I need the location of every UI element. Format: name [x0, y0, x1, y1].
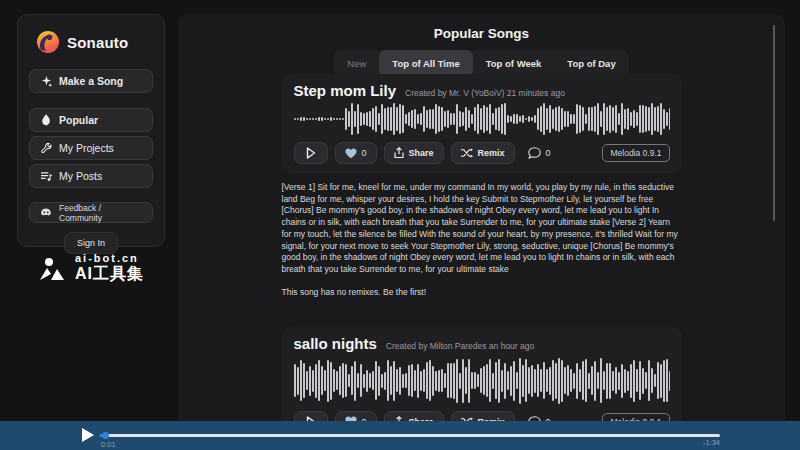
discord-icon [40, 208, 52, 217]
player-progress-fill[interactable] [100, 434, 106, 437]
model-version-badge: Melodia 0.9.1 [602, 144, 669, 162]
make-a-song-button[interactable]: Make a Song [29, 69, 153, 93]
song-title: Step mom Lily [294, 82, 397, 99]
watermark-line2: AI工具集 [75, 264, 144, 285]
tab-top-of-day[interactable]: Top of Day [554, 50, 628, 77]
ai-bot-watermark: ai-bot.cn AI工具集 [17, 252, 165, 285]
sign-in-button[interactable]: Sign In [64, 232, 118, 254]
make-a-song-label: Make a Song [59, 75, 123, 87]
like-button[interactable]: 0 [335, 142, 377, 164]
music-list-icon [40, 171, 52, 182]
tab-top-of-week[interactable]: Top of Week [473, 50, 555, 77]
song-feed: Step mom Lily Created by Mr. V (YoBoiV) … [178, 74, 785, 421]
tab-bar: New Top of All Time Top of Week Top of D… [178, 50, 785, 77]
share-button[interactable]: Share [384, 411, 444, 421]
sidebar-item-popular[interactable]: Popular [29, 108, 153, 132]
sidebar-item-label: Popular [59, 114, 98, 126]
scrollbar-thumb[interactable] [773, 25, 775, 221]
sonauto-logo-icon [37, 31, 59, 53]
share-button[interactable]: Share [384, 142, 444, 164]
song-card: Step mom Lily Created by Mr. V (YoBoiV) … [282, 74, 682, 173]
feedback-community-button[interactable]: Feedback / Community [29, 202, 153, 223]
sidebar-item-label: My Projects [59, 142, 114, 154]
heart-icon [345, 148, 357, 159]
remix-label: Remix [478, 148, 505, 158]
remix-button[interactable]: Remix [451, 411, 515, 421]
play-button[interactable] [294, 411, 328, 421]
main-panel: Popular Songs New Top of All Time Top of… [178, 14, 785, 421]
model-version-badge: Melodia 0.9.1 [602, 413, 669, 421]
feedback-label: Feedback / Community [59, 203, 142, 223]
player-progress-track[interactable] [100, 434, 720, 437]
play-icon [306, 147, 316, 159]
comment-count: 0 [546, 148, 551, 158]
song-meta: Created by Mr. V (YoBoiV) 21 minutes ago [405, 88, 565, 98]
song-meta: Created by Milton Paredes an hour ago [386, 341, 534, 351]
like-count: 0 [362, 148, 367, 158]
ai-bot-logo-icon [38, 256, 68, 282]
no-remixes-note: This song has no remixes. Be the first! [282, 287, 682, 297]
remix-button[interactable]: Remix [451, 142, 515, 164]
shuffle-icon [461, 148, 473, 158]
brand-name: Sonauto [67, 34, 128, 51]
player-bar: 0:01 -1:34 [0, 421, 800, 450]
player-play-button[interactable] [82, 428, 94, 442]
waveform[interactable] [294, 103, 670, 135]
tab-top-of-all-time[interactable]: Top of All Time [379, 50, 472, 77]
waveform[interactable] [294, 358, 670, 404]
song-title: sallo nights [294, 335, 377, 352]
comment-button[interactable]: 0 [528, 147, 551, 159]
sidebar: Sonauto Make a Song Popular My Projects … [17, 14, 165, 247]
flame-icon [40, 114, 52, 126]
watermark-line1: ai-bot.cn [75, 252, 144, 264]
sparkles-icon [40, 76, 52, 87]
song-card: sallo nights Created by Milton Paredes a… [282, 327, 682, 421]
share-label: Share [409, 148, 434, 158]
play-button[interactable] [294, 142, 328, 164]
comment-icon [528, 147, 541, 159]
remaining-time: -1:34 [703, 438, 720, 447]
brand[interactable]: Sonauto [29, 31, 153, 53]
page-title: Popular Songs [178, 26, 785, 41]
sidebar-item-label: My Posts [59, 170, 102, 182]
sidebar-item-my-projects[interactable]: My Projects [29, 136, 153, 160]
song-lyrics: [Verse 1] Sit for me, kneel for me, unde… [282, 182, 682, 276]
elapsed-time: 0:01 [101, 440, 116, 449]
sidebar-item-my-posts[interactable]: My Posts [29, 164, 153, 188]
tab-new[interactable]: New [334, 50, 379, 77]
wrench-icon [40, 143, 52, 154]
like-button[interactable]: 0 [335, 411, 377, 421]
share-icon [394, 147, 404, 159]
